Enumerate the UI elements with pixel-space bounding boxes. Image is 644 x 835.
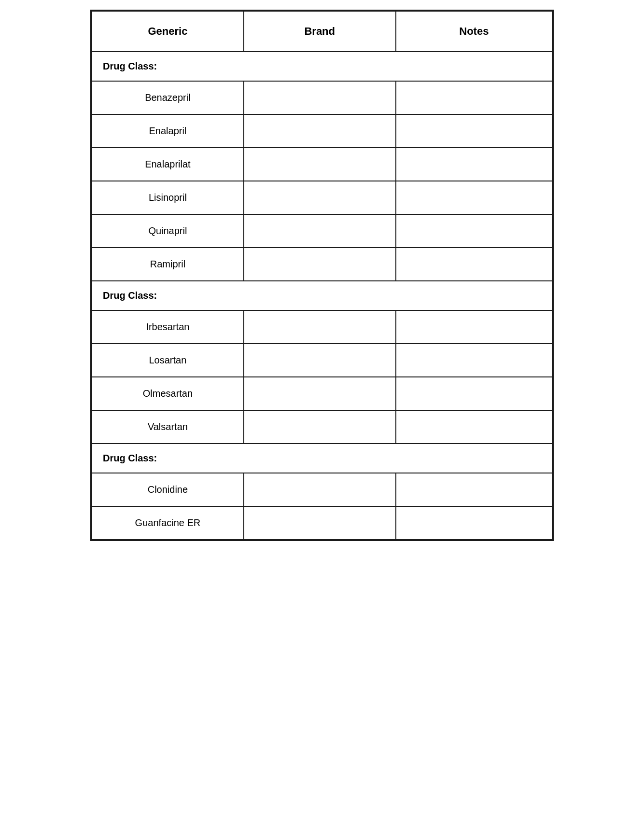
drug-table: Generic Brand Notes Drug Class:Benazepri… (90, 10, 554, 541)
table-row: Clonidine (92, 473, 552, 506)
notes-header: Notes (396, 11, 552, 52)
notes-cell (396, 181, 552, 214)
table-row: Losartan (92, 344, 552, 377)
notes-cell (396, 114, 552, 148)
table-row: Ramipril (92, 248, 552, 281)
brand-cell (244, 214, 396, 248)
notes-cell (396, 344, 552, 377)
generic-cell: Benazepril (92, 81, 244, 114)
brand-cell (244, 114, 396, 148)
notes-cell (396, 473, 552, 506)
drug-class-label-0: Drug Class: (92, 52, 552, 81)
drug-class-label-2: Drug Class: (92, 444, 552, 473)
table-row: Enalapril (92, 114, 552, 148)
drug-class-label-1: Drug Class: (92, 281, 552, 310)
brand-cell (244, 181, 396, 214)
generic-cell: Ramipril (92, 248, 244, 281)
table-row: Quinapril (92, 214, 552, 248)
brand-cell (244, 310, 396, 344)
generic-cell: Clonidine (92, 473, 244, 506)
generic-cell: Enalapril (92, 114, 244, 148)
brand-cell (244, 506, 396, 540)
generic-cell: Valsartan (92, 410, 244, 444)
notes-cell (396, 506, 552, 540)
brand-header: Brand (244, 11, 396, 52)
generic-cell: Quinapril (92, 214, 244, 248)
generic-header: Generic (92, 11, 244, 52)
brand-cell (244, 248, 396, 281)
table-row: Irbesartan (92, 310, 552, 344)
brand-cell (244, 473, 396, 506)
generic-cell: Losartan (92, 344, 244, 377)
brand-cell (244, 410, 396, 444)
notes-cell (396, 377, 552, 410)
notes-cell (396, 214, 552, 248)
notes-cell (396, 248, 552, 281)
notes-cell (396, 410, 552, 444)
table-row: Enalaprilat (92, 148, 552, 181)
generic-cell: Irbesartan (92, 310, 244, 344)
table-row: Valsartan (92, 410, 552, 444)
drug-class-row-1: Drug Class: (92, 281, 552, 310)
brand-cell (244, 377, 396, 410)
brand-cell (244, 344, 396, 377)
generic-cell: Enalaprilat (92, 148, 244, 181)
brand-cell (244, 148, 396, 181)
table-row: Olmesartan (92, 377, 552, 410)
notes-cell (396, 81, 552, 114)
drug-class-row-0: Drug Class: (92, 52, 552, 81)
table-row: Lisinopril (92, 181, 552, 214)
table-row: Guanfacine ER (92, 506, 552, 540)
table-row: Benazepril (92, 81, 552, 114)
generic-cell: Guanfacine ER (92, 506, 244, 540)
notes-cell (396, 310, 552, 344)
generic-cell: Lisinopril (92, 181, 244, 214)
brand-cell (244, 81, 396, 114)
drug-class-row-2: Drug Class: (92, 444, 552, 473)
notes-cell (396, 148, 552, 181)
generic-cell: Olmesartan (92, 377, 244, 410)
